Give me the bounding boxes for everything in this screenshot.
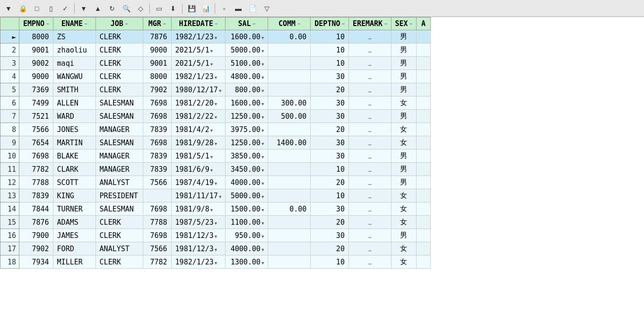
refresh-btn[interactable]: ↻ — [105, 2, 119, 15]
cell-job[interactable]: CLERK — [96, 83, 143, 97]
table-row[interactable]: 177902FORDANALYST75661981/12/3▼4000.00▼2… — [0, 242, 431, 255]
sal-dropdown-icon[interactable]: ▼ — [261, 128, 264, 133]
cell-eremark[interactable]: … — [348, 216, 391, 229]
cell-sex[interactable]: 女 — [391, 136, 417, 149]
cell-ename[interactable]: SMITH — [53, 83, 96, 97]
cell-ename[interactable]: WANGWU — [53, 70, 96, 83]
cell-extra[interactable] — [417, 110, 431, 123]
cell-ename[interactable]: ALLEN — [53, 97, 96, 110]
cell-empno[interactable]: 7654 — [19, 136, 53, 149]
cell-job[interactable]: CLERK — [96, 70, 143, 83]
cell-comm[interactable]: 0.00 — [268, 202, 311, 216]
cell-empno[interactable]: 7839 — [19, 189, 53, 202]
confirm-btn[interactable]: ✓ — [59, 2, 72, 15]
cell-deptno[interactable]: 20 — [311, 242, 349, 255]
cell-mgr[interactable]: 7698 — [143, 136, 171, 149]
eremark-ellipsis[interactable]: … — [368, 61, 372, 67]
cell-mgr[interactable]: 7839 — [143, 123, 171, 136]
cell-comm[interactable] — [268, 189, 311, 202]
cell-hiredate[interactable]: 1981/5/1▼ — [171, 149, 226, 163]
cell-extra[interactable] — [417, 30, 431, 44]
cell-comm[interactable]: 500.00 — [268, 110, 311, 123]
cell-sex[interactable]: 男 — [391, 57, 417, 70]
sal-dropdown-icon[interactable]: ▼ — [261, 102, 264, 106]
sal-dropdown-icon[interactable]: ▼ — [261, 221, 264, 226]
cell-sal[interactable]: 5000.00▼ — [226, 189, 268, 202]
cell-empno[interactable]: 7698 — [19, 149, 53, 163]
cell-mgr[interactable]: 9000 — [143, 44, 171, 57]
cell-eremark[interactable]: … — [348, 163, 391, 176]
col-header-deptno[interactable]: DEPTNO — — [311, 18, 349, 30]
lock-btn[interactable]: 🔒 — [16, 2, 29, 15]
cell-hiredate[interactable]: 1981/12/3▼ — [171, 229, 226, 242]
cell-ename[interactable]: KING — [53, 189, 96, 202]
cell-deptno[interactable]: 30 — [311, 202, 349, 216]
cell-mgr[interactable]: 8000 — [143, 70, 171, 83]
cell-sal[interactable]: 5000.00▼ — [226, 44, 268, 57]
cell-sal[interactable]: 5100.00▼ — [226, 57, 268, 70]
cell-mgr[interactable]: 7698 — [143, 202, 171, 216]
hiredate-dropdown-icon[interactable]: ▼ — [210, 168, 213, 173]
cell-extra[interactable] — [417, 216, 431, 229]
cell-ename[interactable]: maqi — [53, 57, 96, 70]
cell-sex[interactable]: 女 — [391, 255, 417, 269]
cell-ename[interactable]: SCOTT — [53, 176, 96, 189]
hiredate-dropdown-icon[interactable]: ▼ — [215, 141, 217, 146]
sal-dropdown-icon[interactable]: ▼ — [261, 168, 264, 173]
cell-empno[interactable]: 7844 — [19, 202, 53, 216]
search-btn[interactable]: 🔍 — [120, 2, 133, 15]
cell-hiredate[interactable]: 1982/1/23▼ — [171, 70, 226, 83]
eremark-ellipsis[interactable]: … — [368, 154, 372, 160]
grid-view-btn[interactable]: ▫ — [218, 2, 231, 15]
cell-hiredate[interactable]: 2021/5/1▼ — [171, 57, 226, 70]
cell-comm[interactable] — [268, 44, 311, 57]
cell-extra[interactable] — [417, 229, 431, 242]
table-row[interactable]: 157876ADAMSCLERK77881987/5/23▼1100.00▼20… — [0, 216, 431, 229]
cell-eremark[interactable]: … — [348, 44, 391, 57]
cell-eremark[interactable]: … — [348, 83, 391, 97]
eremark-ellipsis[interactable]: … — [368, 127, 372, 133]
col-header-sal[interactable]: SAL — — [226, 18, 268, 30]
cell-job[interactable]: CLERK — [96, 255, 143, 269]
sal-dropdown-icon[interactable]: ▼ — [261, 49, 264, 53]
cell-extra[interactable] — [417, 70, 431, 83]
cell-ename[interactable]: ZS — [53, 30, 96, 44]
cell-hiredate[interactable]: 1981/2/20▼ — [171, 97, 226, 110]
cell-mgr[interactable]: 7788 — [143, 216, 171, 229]
clear-btn[interactable]: ◇ — [134, 2, 147, 15]
cell-comm[interactable] — [268, 242, 311, 255]
sal-dropdown-icon[interactable]: ▼ — [261, 88, 264, 93]
export-down-btn[interactable]: ⬇ — [166, 2, 180, 15]
table-row[interactable]: 87566JONESMANAGER78391981/4/2▼3975.00▼20… — [0, 123, 431, 136]
table-row[interactable]: 39002maqiCLERK90012021/5/1▼5100.00▼10…男 — [0, 57, 431, 70]
cell-empno[interactable]: 7521 — [19, 110, 53, 123]
cell-empno[interactable]: 8000 — [19, 30, 53, 44]
cell-sex[interactable]: 女 — [391, 123, 417, 136]
table-row[interactable]: 147844TURNERSALESMAN76981981/9/8▼1500.00… — [0, 202, 431, 216]
cell-deptno[interactable]: 20 — [311, 176, 349, 189]
cell-mgr[interactable]: 7698 — [143, 97, 171, 110]
cell-sal[interactable]: 1250.00▼ — [226, 110, 268, 123]
cell-job[interactable]: SALESMAN — [96, 110, 143, 123]
cell-extra[interactable] — [417, 202, 431, 216]
cell-sal[interactable]: 4000.00▼ — [226, 176, 268, 189]
cell-hiredate[interactable]: 1982/1/23▼ — [171, 255, 226, 269]
cell-deptno[interactable]: 20 — [311, 123, 349, 136]
cell-hiredate[interactable]: 2021/5/1▼ — [171, 44, 226, 57]
import-btn[interactable]: ▭ — [152, 2, 165, 15]
cell-empno[interactable]: 9000 — [19, 70, 53, 83]
cell-empno[interactable]: 7369 — [19, 83, 53, 97]
cell-mgr[interactable] — [143, 189, 171, 202]
scroll-up-btn[interactable]: ▲ — [91, 2, 104, 15]
cell-extra[interactable] — [417, 255, 431, 269]
cell-job[interactable]: CLERK — [96, 30, 143, 44]
eremark-ellipsis[interactable]: … — [368, 88, 372, 94]
col-header-comm[interactable]: COMM — — [268, 18, 311, 30]
cell-sex[interactable]: 男 — [391, 229, 417, 242]
eremark-ellipsis[interactable]: … — [368, 101, 372, 107]
sal-dropdown-icon[interactable]: ▼ — [261, 115, 264, 120]
sal-dropdown-icon[interactable]: ▼ — [261, 181, 264, 186]
grid-edit-btn[interactable]: ▬ — [232, 2, 245, 15]
cell-eremark[interactable]: … — [348, 202, 391, 216]
filter-btn[interactable]: ▽ — [260, 2, 273, 15]
